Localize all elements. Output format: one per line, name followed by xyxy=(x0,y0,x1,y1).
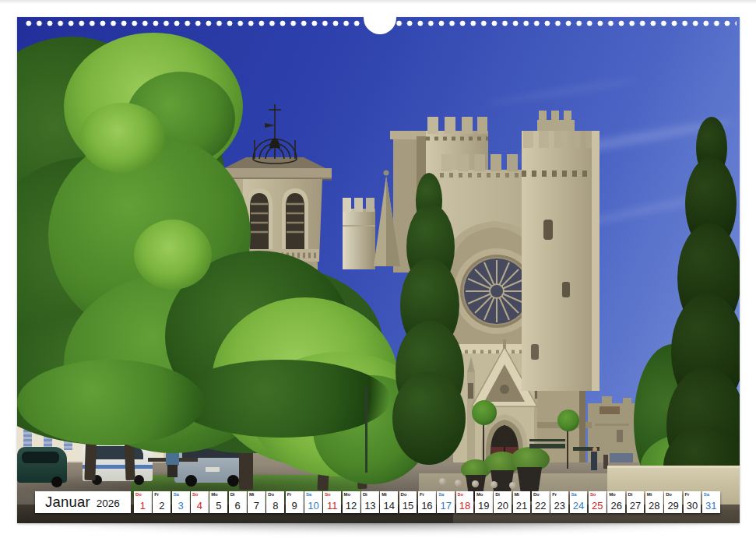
weekday-abbr: Mi xyxy=(382,492,386,497)
day-number: 27 xyxy=(627,500,645,512)
day-cell: Sa17 xyxy=(437,491,455,513)
day-number: 11 xyxy=(323,500,341,512)
person-legs xyxy=(167,465,178,477)
weekday-abbr: Di xyxy=(230,492,235,497)
right-tower xyxy=(522,111,600,391)
day-cell: Mi21 xyxy=(513,491,531,513)
day-cell: Do22 xyxy=(532,491,550,513)
foliage xyxy=(173,360,391,438)
day-cell: Sa31 xyxy=(702,491,720,513)
weekday-abbr: Di xyxy=(363,492,367,497)
day-number: 1 xyxy=(134,500,152,512)
weekday-abbr: Fr xyxy=(287,492,292,497)
day-cell: So11 xyxy=(323,491,341,513)
weekday-abbr: Mo xyxy=(344,492,350,497)
day-cell: Di13 xyxy=(361,491,379,513)
day-cell: Fr16 xyxy=(418,491,436,513)
day-number: 25 xyxy=(589,500,607,512)
day-cell: So4 xyxy=(191,491,209,513)
day-number: 3 xyxy=(172,500,190,512)
day-number: 21 xyxy=(513,500,531,512)
day-cell: Mo19 xyxy=(475,491,493,513)
day-number: 22 xyxy=(532,500,550,512)
calendar-page: Januar 2026 Do1Fr2Sa3So4Mo5Di6Mi7Do8Fr9S… xyxy=(0,0,756,545)
weekday-abbr: So xyxy=(192,492,198,497)
bollard xyxy=(472,480,479,487)
weekday-abbr: Di xyxy=(628,492,633,497)
weekday-abbr: Mo xyxy=(211,492,217,497)
month-name: Januar xyxy=(45,494,90,511)
month-label: Januar 2026 xyxy=(35,491,131,513)
day-cell: Di27 xyxy=(627,491,645,513)
weekday-abbr: Mo xyxy=(476,492,483,497)
day-number: 7 xyxy=(248,500,265,512)
weekday-abbr: Do xyxy=(401,492,407,497)
weekday-abbr: So xyxy=(325,492,330,497)
bollard xyxy=(455,480,462,487)
day-cell: Di6 xyxy=(229,491,247,513)
day-number: 17 xyxy=(437,500,455,512)
day-cell: Di20 xyxy=(494,491,512,513)
day-number: 4 xyxy=(191,500,209,512)
year: 2026 xyxy=(97,496,120,509)
day-number: 20 xyxy=(494,500,512,512)
day-cells: Do1Fr2Sa3So4Mo5Di6Mi7Do8Fr9Sa10So11Mo12D… xyxy=(134,491,720,513)
day-number: 23 xyxy=(550,500,568,512)
day-cell: Mo5 xyxy=(209,491,227,513)
potted-tree-trunk xyxy=(567,428,568,469)
weekday-abbr: Do xyxy=(135,492,142,497)
round-turret xyxy=(343,198,375,269)
day-number: 29 xyxy=(664,500,682,512)
weekday-abbr: Fr xyxy=(420,492,424,497)
day-number: 14 xyxy=(380,500,398,512)
day-number: 8 xyxy=(266,500,284,512)
weekday-abbr: So xyxy=(590,492,596,497)
weekday-abbr: Fr xyxy=(685,492,690,497)
day-cell: Mi14 xyxy=(380,491,398,513)
day-cell: So25 xyxy=(589,491,607,513)
day-cell: So18 xyxy=(456,491,474,513)
day-number: 9 xyxy=(286,500,304,512)
weekday-abbr: Mi xyxy=(647,492,652,497)
weekday-abbr: Do xyxy=(533,492,540,497)
day-cell: Sa10 xyxy=(304,491,322,513)
weekday-abbr: Mi xyxy=(515,492,519,497)
weekday-abbr: Mo xyxy=(609,492,615,497)
bell-cage xyxy=(253,104,297,164)
bollard xyxy=(491,481,498,488)
foliage xyxy=(134,220,212,290)
day-number: 16 xyxy=(418,500,436,512)
foliage xyxy=(17,360,204,445)
foliage xyxy=(79,103,165,173)
day-cell: Fr23 xyxy=(550,491,568,513)
weekday-abbr: Sa xyxy=(704,492,709,497)
day-number: 10 xyxy=(304,500,322,512)
day-number: 13 xyxy=(361,500,379,512)
weekday-abbr: Fr xyxy=(552,492,557,497)
day-cell: Do15 xyxy=(399,491,417,513)
day-number: 18 xyxy=(456,500,474,512)
weekday-abbr: Do xyxy=(666,492,672,497)
weekday-abbr: Do xyxy=(268,492,274,497)
pedestrian xyxy=(591,452,597,470)
day-cell: Mo26 xyxy=(607,491,625,513)
day-number: 15 xyxy=(399,500,417,512)
day-cell: Mi7 xyxy=(248,491,265,513)
person-body xyxy=(166,451,179,466)
day-number: 31 xyxy=(702,500,720,512)
day-cell: Mo12 xyxy=(343,491,360,513)
day-cell: Do1 xyxy=(134,491,152,513)
day-number: 5 xyxy=(209,500,227,512)
day-cell: Mi28 xyxy=(645,491,663,513)
potted-tree-crown xyxy=(472,400,497,425)
weekday-abbr: Sa xyxy=(438,492,444,497)
photo xyxy=(17,17,740,523)
weekday-abbr: Sa xyxy=(571,492,577,497)
day-cell: Fr2 xyxy=(153,491,171,513)
day-number: 26 xyxy=(607,500,625,512)
hanger-hole-icon xyxy=(364,2,396,34)
day-cell: Sa3 xyxy=(172,491,190,513)
day-cell: Sa24 xyxy=(570,491,588,513)
day-cell: Do8 xyxy=(266,491,284,513)
potted-tree-crown xyxy=(557,410,579,431)
